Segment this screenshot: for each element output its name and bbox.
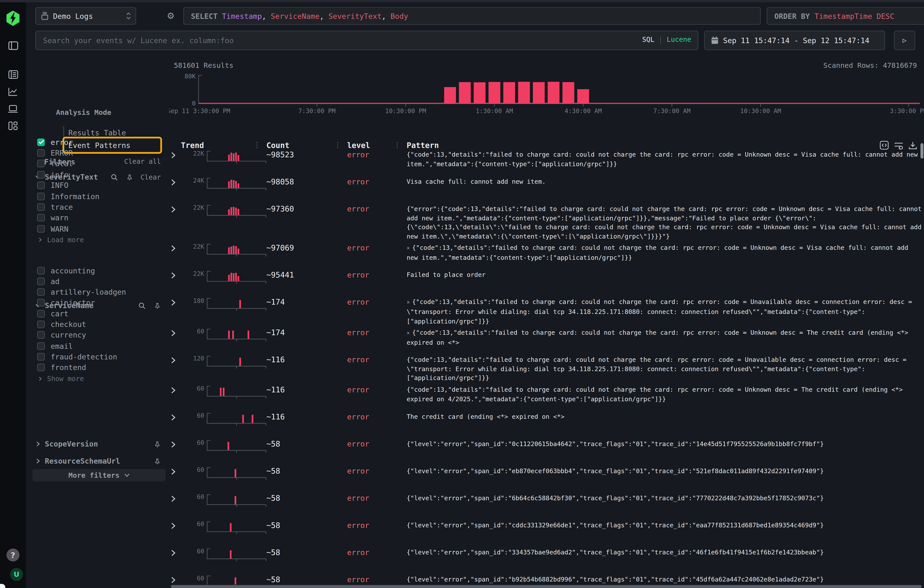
- checkbox[interactable]: [37, 181, 45, 189]
- pattern-row[interactable]: 22K~98523error{"code":13,"details":"fail…: [171, 148, 922, 175]
- checkbox[interactable]: [37, 364, 45, 371]
- row-expand-chevron-icon[interactable]: [171, 148, 178, 158]
- checkbox[interactable]: [37, 288, 45, 296]
- mode-results-table[interactable]: Results Table: [68, 128, 126, 137]
- search-input[interactable]: [35, 31, 698, 50]
- service-option-accounting[interactable]: accounting: [37, 266, 95, 275]
- pattern-row[interactable]: 22K~97069error×{"code":13,"details":"fai…: [171, 241, 922, 268]
- pattern-row[interactable]: 60~58error{"level":"error","span_id":"6b…: [171, 491, 922, 519]
- checkbox[interactable]: [37, 320, 45, 328]
- severity-option-INFO[interactable]: INFO: [37, 181, 68, 190]
- severity-option-info[interactable]: info: [37, 170, 68, 180]
- checkbox[interactable]: [37, 225, 45, 232]
- pattern-text[interactable]: {"level":"error","span_id":"eb870ecef063…: [406, 464, 922, 476]
- severity-option-WARN[interactable]: WARN: [37, 224, 68, 234]
- run-query-button[interactable]: ▷: [894, 31, 915, 50]
- service-option-frontend[interactable]: frontend: [37, 363, 86, 372]
- row-expand-chevron-icon[interactable]: [171, 241, 178, 252]
- checkbox[interactable]: [37, 342, 45, 350]
- row-expand-chevron-icon[interactable]: [171, 545, 178, 556]
- select-query-editor[interactable]: SELECT Timestamp, ServiceName, SeverityT…: [183, 7, 761, 25]
- pattern-text[interactable]: Visa cache full: cannot add new item.: [406, 175, 922, 186]
- row-expand-chevron-icon[interactable]: [171, 573, 178, 583]
- pattern-text[interactable]: {"level":"error","span_id":"cddc331329e6…: [406, 519, 922, 530]
- pattern-row[interactable]: 60~58error{"level":"error","span_id":"b9…: [171, 573, 922, 585]
- pattern-row[interactable]: 60~174error×{"code":13,"details":"failed…: [171, 326, 922, 353]
- row-expand-chevron-icon[interactable]: [171, 202, 178, 213]
- service-option-currency[interactable]: currency: [37, 330, 86, 340]
- service-option-cart[interactable]: cart: [37, 309, 68, 318]
- service-option-fraud-detection[interactable]: fraud-detection: [37, 352, 117, 362]
- severity-option-trace[interactable]: trace: [37, 203, 73, 212]
- vertical-scrollbar-thumb[interactable]: [921, 143, 924, 158]
- pattern-row[interactable]: 60~116error{"code":13,"details":"failed …: [171, 383, 922, 410]
- checkbox[interactable]: [37, 331, 45, 339]
- query-language-toggle[interactable]: SQL | Lucene: [642, 35, 691, 44]
- pattern-text[interactable]: {"code":13,"details":"failed to charge c…: [406, 353, 922, 383]
- order-by-editor[interactable]: ORDER BY TimestampTime DESC: [767, 7, 924, 25]
- resourceschemaurl-pin-icon[interactable]: [154, 458, 161, 465]
- sessions-laptop-icon[interactable]: [0, 105, 26, 113]
- checkbox[interactable]: [37, 299, 45, 306]
- pattern-row[interactable]: 180~174error×{"code":13,"details":"faile…: [171, 295, 922, 326]
- row-expand-chevron-icon[interactable]: [171, 326, 178, 336]
- row-expand-chevron-icon[interactable]: [171, 353, 178, 364]
- horizontal-scrollbar-thumb[interactable]: [171, 585, 922, 588]
- pattern-row[interactable]: 60~58error{"level":"error","span_id":"33…: [171, 545, 922, 573]
- pattern-text[interactable]: {"level":"error","span_id":"334357bae9ed…: [406, 545, 922, 557]
- results-histogram[interactable]: 80K0Sep 11 3:30:00 PM7:30:00 PM10:30:00 …: [169, 72, 924, 118]
- checkbox[interactable]: [37, 353, 45, 361]
- service-show-more[interactable]: Show more: [38, 375, 84, 383]
- severity-option-ERROR[interactable]: ERROR: [37, 148, 73, 158]
- pattern-row[interactable]: 24K~98058errorVisa cache full: cannot ad…: [171, 175, 922, 202]
- lang-lucene-option[interactable]: Lucene: [667, 35, 691, 44]
- lang-sql-option[interactable]: SQL: [642, 35, 654, 44]
- chart-icon[interactable]: [0, 87, 26, 96]
- service-option-artillery-loadgen[interactable]: artillery-loadgen: [37, 287, 126, 297]
- app-logo-icon[interactable]: [6, 11, 20, 26]
- pattern-row[interactable]: 60~58error{"level":"error","span_id":"eb…: [171, 464, 922, 491]
- checkbox[interactable]: [37, 214, 45, 222]
- pattern-text[interactable]: ×{"code":13,"details":"failed to charge …: [406, 326, 922, 347]
- more-filters-button[interactable]: More filters: [33, 469, 166, 481]
- user-avatar[interactable]: U: [10, 568, 23, 581]
- row-expand-chevron-icon[interactable]: [171, 175, 178, 186]
- pattern-row[interactable]: 60~58error{"level":"error","span_id":"0c…: [171, 437, 922, 464]
- severity-search-icon[interactable]: [111, 173, 118, 181]
- pattern-text[interactable]: {"level":"error","span_id":"0c11220615ba…: [406, 437, 922, 449]
- pattern-text[interactable]: The credit card (ending <*> expired on <…: [406, 410, 922, 422]
- service-option-ad[interactable]: ad: [37, 277, 59, 286]
- severity-option-warn[interactable]: warn: [37, 213, 68, 223]
- dashboard-icon[interactable]: [0, 121, 26, 130]
- service-pin-icon[interactable]: [154, 302, 161, 309]
- resourceschemaurl-group-header[interactable]: ResourceSchemaUrl: [35, 457, 161, 466]
- logs-icon[interactable]: [0, 70, 26, 79]
- scopeversion-group-header[interactable]: ScopeVersion: [35, 440, 161, 448]
- pattern-row[interactable]: 22K~97360error{"error":{"code":13,"detai…: [171, 202, 922, 241]
- severity-clear-button[interactable]: Clear: [140, 173, 161, 181]
- pattern-text[interactable]: ×{"code":13,"details":"failed to charge …: [406, 241, 922, 262]
- row-expand-chevron-icon[interactable]: [171, 410, 178, 421]
- service-option-checkout[interactable]: checkout: [37, 320, 86, 329]
- row-expand-chevron-icon[interactable]: [171, 268, 178, 279]
- checkbox[interactable]: [37, 203, 45, 211]
- severity-pin-icon[interactable]: [126, 173, 134, 181]
- pattern-row[interactable]: 60~58error{"level":"error","span_id":"cd…: [171, 519, 922, 545]
- pattern-row[interactable]: 60~116errorThe credit card (ending <*> e…: [171, 410, 922, 437]
- pattern-text[interactable]: {"level":"error","span_id":"6b64c6c58842…: [406, 491, 922, 503]
- severity-option-Information[interactable]: Information: [37, 191, 99, 201]
- checkbox[interactable]: [37, 267, 45, 274]
- checkbox[interactable]: [37, 138, 45, 146]
- checkbox[interactable]: [37, 171, 45, 178]
- pattern-text[interactable]: Failed to place order: [406, 268, 922, 280]
- checkbox[interactable]: [37, 277, 45, 285]
- pattern-text[interactable]: {"code":13,"details":"failed to charge c…: [406, 383, 922, 404]
- pattern-row[interactable]: 22K~95441errorFailed to place order: [171, 268, 922, 295]
- service-option-email[interactable]: email: [37, 341, 73, 351]
- row-expand-chevron-icon[interactable]: [171, 295, 178, 306]
- service-search-icon[interactable]: [139, 302, 145, 309]
- date-range-picker[interactable]: Sep 11 15:47:14 - Sep 12 15:47:14: [704, 31, 885, 50]
- row-expand-chevron-icon[interactable]: [171, 383, 178, 394]
- row-expand-chevron-icon[interactable]: [171, 519, 178, 529]
- severity-option-fatal[interactable]: fatal: [37, 159, 73, 168]
